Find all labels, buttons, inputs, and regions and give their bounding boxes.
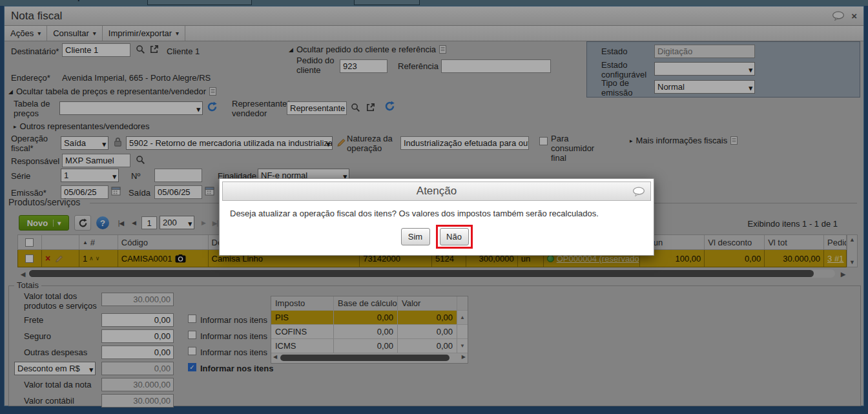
dialog-message: Deseja atualizar a operação fiscal dos i…	[222, 201, 651, 221]
sim-button[interactable]: Sim	[401, 228, 430, 245]
comment-bubble-icon[interactable]	[632, 187, 645, 197]
annotation-highlight-box: Não	[436, 225, 473, 249]
atencao-dialog: Atenção Deseja atualizar a operação fisc…	[219, 178, 654, 256]
dialog-title: Atenção	[417, 185, 457, 198]
dialog-body: Deseja atualizar a operação fiscal dos i…	[222, 201, 651, 253]
dialog-buttons: Sim Não	[222, 221, 651, 253]
dialog-titlebar: Atenção	[222, 181, 651, 201]
nao-button[interactable]: Não	[440, 228, 469, 245]
